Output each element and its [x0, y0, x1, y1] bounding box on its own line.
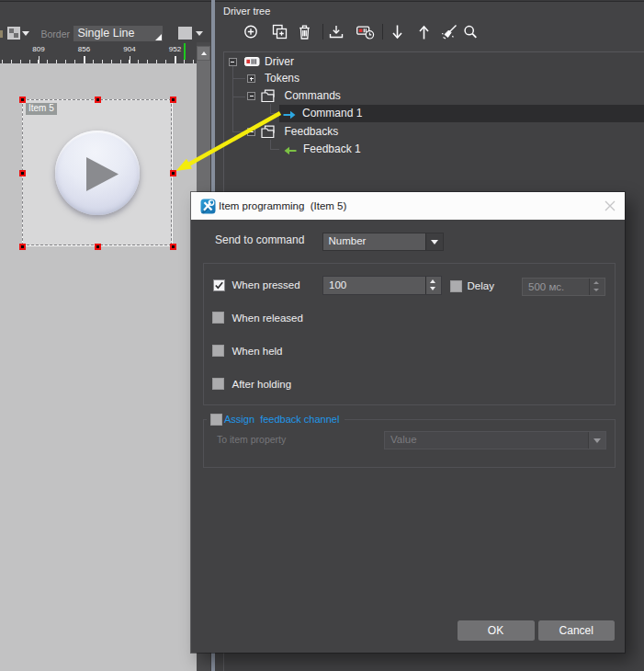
ic-import[interactable]: [329, 24, 344, 40]
l-delay: Delay: [468, 279, 494, 293]
dd2: [196, 31, 203, 36]
ic-add[interactable]: [243, 24, 258, 40]
panel-title: Driver tree: [223, 5, 270, 17]
l-assign: Assign feedback channel: [224, 413, 345, 426]
btn-cancel[interactable]: Cancel: [538, 620, 616, 641]
item5-label: Item 5: [26, 103, 57, 115]
t-feedback1[interactable]: Feedback 1: [303, 142, 361, 156]
cb-assign[interactable]: [210, 414, 222, 426]
combo-value: Value: [384, 431, 606, 450]
dialog-title: Item programming (Item 5): [219, 192, 346, 220]
l-held: When held: [232, 345, 283, 358]
exp-driver[interactable]: [229, 58, 237, 66]
dialog: Item programming (Item 5) Send to comman…: [191, 192, 625, 653]
ic-copy[interactable]: [272, 24, 288, 40]
link-arrow: [170, 106, 289, 179]
l-toitem: To item property: [217, 433, 286, 447]
cb-holding[interactable]: [212, 378, 224, 390]
cb-released[interactable]: [212, 312, 224, 324]
sb-down: [197, 651, 211, 671]
spin-delay: 500 мс.: [522, 278, 605, 296]
tree-toolbar: [217, 18, 644, 46]
t-feedbacks[interactable]: Feedbacks: [285, 125, 339, 139]
btn-ok[interactable]: OK: [458, 620, 535, 641]
cb-delay[interactable]: [450, 280, 462, 292]
l-send: Send to command: [215, 233, 304, 247]
exp-commands[interactable]: [247, 92, 255, 100]
assign-legend: Assign feedback channel: [207, 414, 345, 426]
cursor-line: [184, 43, 186, 60]
spin-100[interactable]: 100: [322, 276, 442, 295]
driver-icon: [244, 57, 260, 67]
ic-up[interactable]: [417, 24, 431, 40]
t-tokens[interactable]: Tokens: [265, 72, 299, 85]
ic-dev[interactable]: [356, 26, 375, 40]
cb-held[interactable]: [212, 345, 224, 357]
combo-number[interactable]: Number: [322, 233, 445, 251]
ic-clean[interactable]: [440, 23, 458, 40]
t-command1[interactable]: Command 1: [302, 107, 362, 120]
dialog-close[interactable]: [604, 200, 616, 211]
l-pressed: When pressed: [232, 279, 300, 292]
t-driver[interactable]: Driver: [265, 55, 294, 69]
editor-toolbar: Border Single Line: [0, 3, 210, 42]
ic-down[interactable]: [390, 24, 404, 40]
sb-up[interactable]: [197, 46, 210, 61]
ruler: 809 856 904 952: [0, 42, 197, 63]
l-released: When released: [232, 312, 303, 325]
canvas: Item 5: [0, 63, 197, 671]
ic-del[interactable]: [298, 24, 311, 40]
cb-pressed[interactable]: [213, 279, 225, 291]
l-holding: After holding: [232, 378, 292, 392]
transparency-icon[interactable]: [7, 27, 20, 40]
color-swatch[interactable]: [178, 27, 192, 40]
t-commands[interactable]: Commands: [285, 89, 341, 103]
dialog-titlebar: Item programming (Item 5): [191, 192, 625, 220]
item5[interactable]: Item 5: [22, 99, 173, 246]
border-combo[interactable]: Single Line: [73, 26, 163, 41]
exp-tokens[interactable]: [247, 74, 255, 83]
ic-find[interactable]: [463, 24, 478, 40]
